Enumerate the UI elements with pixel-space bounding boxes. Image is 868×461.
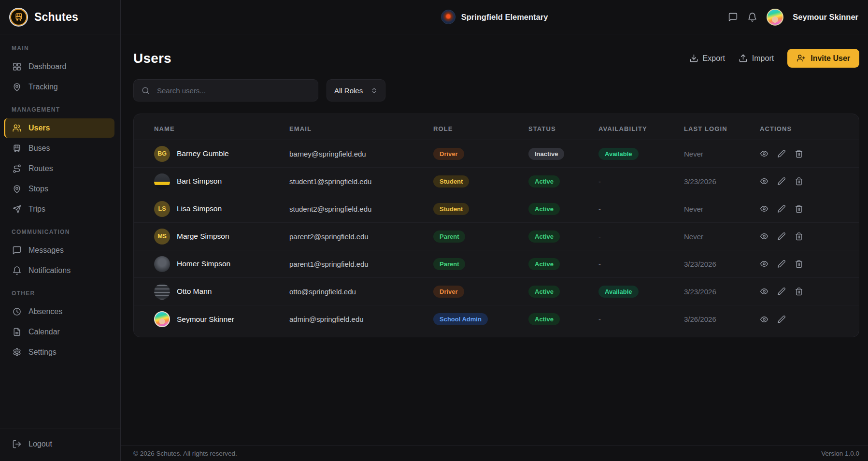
user-plus-icon (797, 54, 806, 63)
edit-button[interactable] (777, 232, 786, 241)
user-avatar[interactable] (767, 9, 783, 26)
column-header-status: Status (528, 125, 598, 132)
sidebar-item-routes[interactable]: Routes (4, 159, 114, 178)
user-name: Marge Simpson (177, 232, 229, 241)
role-badge: Student (433, 203, 469, 215)
availability-empty: - (598, 260, 684, 268)
table-row: Seymour Skinneradmin@springfield.eduScho… (134, 305, 859, 333)
delete-button[interactable] (795, 177, 803, 186)
edit-button[interactable] (777, 259, 786, 268)
page-title: Users (133, 51, 171, 66)
sidebar-item-notifications[interactable]: Notifications (4, 261, 114, 280)
role-badge: Driver (433, 286, 464, 298)
user-name-cell: Bart Simpson (154, 173, 289, 189)
user-email: admin@springfield.edu (289, 315, 433, 323)
export-button[interactable]: Export (689, 54, 725, 63)
last-login: Never (684, 232, 760, 241)
sidebar-item-stops[interactable]: Stops (4, 179, 114, 199)
sidebar-item-settings[interactable]: Settings (4, 343, 114, 362)
bus-icon (12, 144, 22, 153)
app-root: Schutes MAINDashboardTrackingMANAGEMENTU… (0, 0, 868, 461)
upload-icon (739, 54, 748, 63)
table-header-row: NameEmailRoleStatusAvailabilityLast Logi… (134, 118, 859, 140)
search-input[interactable] (156, 86, 311, 95)
edit-button[interactable] (777, 315, 786, 324)
bell-icon (12, 266, 22, 275)
search-box (133, 79, 318, 101)
bell-icon[interactable] (747, 12, 757, 22)
sidebar-item-tracking[interactable]: Tracking (4, 77, 114, 97)
school-name: Springfield Elementary (461, 13, 548, 22)
user-email: barney@springfield.edu (289, 150, 433, 158)
delete-button[interactable] (795, 232, 803, 241)
delete-button[interactable] (795, 149, 803, 158)
avatar: LS (154, 201, 170, 217)
role-badge: Driver (433, 148, 464, 160)
user-email: student1@springfield.edu (289, 177, 433, 186)
sidebar-item-label: Trips (28, 205, 45, 214)
users-icon (12, 123, 22, 133)
filter-bar: All Roles (133, 79, 859, 101)
logout-label: Logout (28, 440, 52, 448)
edit-button[interactable] (777, 204, 786, 213)
role-badge: School Admin (433, 313, 488, 325)
page-header: Users Export Import Invite User (133, 49, 859, 68)
import-button[interactable]: Import (739, 54, 774, 63)
delete-button[interactable] (795, 259, 803, 268)
school-crest-avatar (441, 10, 455, 24)
sidebar-item-messages[interactable]: Messages (4, 241, 114, 260)
sidebar-item-users[interactable]: Users (4, 118, 114, 138)
clock-icon (12, 307, 22, 317)
sidebar-item-calendar[interactable]: Calendar (4, 322, 114, 342)
last-login: 3/23/2026 (684, 177, 760, 186)
sidebar-item-label: Dashboard (28, 62, 66, 71)
delete-button[interactable] (795, 204, 803, 213)
view-button[interactable] (760, 259, 768, 268)
avatar (154, 173, 170, 189)
sidebar-item-label: Tracking (28, 83, 58, 91)
avatar (154, 311, 170, 327)
table-row: MSMarge Simpsonparent2@springfield.eduPa… (134, 223, 859, 250)
sidebar-item-label: Stops (28, 185, 48, 193)
actions-cell (760, 149, 839, 158)
sidebar-item-trips[interactable]: Trips (4, 200, 114, 219)
delete-button[interactable] (795, 287, 803, 296)
logo: Schutes (0, 0, 120, 34)
view-button[interactable] (760, 287, 768, 296)
users-table-card: NameEmailRoleStatusAvailabilityLast Logi… (133, 114, 859, 337)
edit-button[interactable] (777, 177, 786, 186)
last-login: Never (684, 150, 760, 158)
role-filter-select[interactable]: All Roles (327, 79, 385, 101)
status-badge: Active (528, 313, 560, 325)
sidebar-item-buses[interactable]: Buses (4, 139, 114, 158)
import-label: Import (752, 54, 774, 63)
sidebar-item-label: Notifications (28, 266, 71, 275)
table-row: Homer Simpsonparent1@springfield.eduPare… (134, 250, 859, 278)
invite-user-button[interactable]: Invite User (787, 49, 859, 68)
column-header-last-login: Last Login (684, 125, 760, 132)
school-selector[interactable]: Springfield Elementary (441, 10, 548, 24)
edit-button[interactable] (777, 287, 786, 296)
logout-button[interactable]: Logout (4, 434, 114, 454)
edit-button[interactable] (777, 149, 786, 158)
view-button[interactable] (760, 204, 768, 213)
column-header-actions: Actions (760, 125, 839, 132)
actions-cell (760, 287, 839, 296)
nav-section-label: OTHER (0, 281, 120, 301)
last-login: Never (684, 205, 760, 213)
copyright-text: © 2026 Schutes. All rights reserved. (133, 450, 237, 457)
view-button[interactable] (760, 177, 768, 186)
sidebar-item-absences[interactable]: Absences (4, 302, 114, 321)
user-email: otto@springfield.edu (289, 288, 433, 296)
role-badge: Parent (433, 230, 465, 243)
view-button[interactable] (760, 232, 768, 241)
page-content: Users Export Import Invite User (121, 34, 868, 445)
sidebar-item-dashboard[interactable]: Dashboard (4, 57, 114, 76)
invite-label: Invite User (811, 54, 850, 63)
view-button[interactable] (760, 315, 768, 324)
user-name-cell: MSMarge Simpson (154, 229, 289, 245)
chat-icon[interactable] (728, 12, 738, 22)
view-button[interactable] (760, 149, 768, 158)
user-name-cell: BGBarney Gumble (154, 146, 289, 162)
status-badge: Active (528, 175, 560, 187)
